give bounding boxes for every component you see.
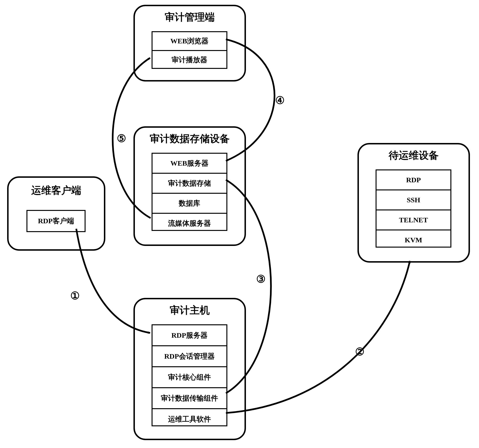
node-audit-storage-inner: WEB服务器 审计数据存储 数据库 流媒体服务器 — [152, 153, 227, 231]
audit-host-item-2: 审计核心组件 — [153, 367, 226, 388]
label-2: ② — [355, 346, 364, 358]
node-ops-client: 运维客户端 RDP客户端 — [7, 176, 105, 251]
node-audit-mgmt-title: 审计管理端 — [135, 11, 245, 24]
node-audit-host-title: 审计主机 — [135, 304, 245, 317]
node-audit-host-inner: RDP服务器 RDP会话管理器 审计核心组件 审计数据传输组件 运维工具软件 — [152, 324, 227, 426]
node-audit-mgmt: 审计管理端 WEB浏览器 审计播放器 — [133, 5, 246, 81]
audit-host-item-3: 审计数据传输组件 — [153, 388, 226, 409]
label-5: ⑤ — [117, 132, 126, 145]
audit-storage-item-3: 流媒体服务器 — [153, 214, 226, 233]
arrow-2 — [226, 261, 410, 413]
label-1: ① — [70, 289, 80, 302]
audit-storage-item-1: 审计数据存储 — [153, 174, 226, 194]
audit-storage-item-2: 数据库 — [153, 194, 226, 214]
node-target-device: 待运维设备 RDP SSH TELNET KVM — [358, 143, 470, 263]
audit-storage-item-0: WEB服务器 — [153, 154, 226, 174]
audit-host-item-4: 运维工具软件 — [153, 409, 226, 429]
audit-mgmt-item-1: 审计播放器 — [153, 51, 226, 69]
node-audit-storage: 审计数据存储设备 WEB服务器 审计数据存储 数据库 流媒体服务器 — [133, 126, 246, 246]
ops-client-item-0: RDP客户端 — [27, 211, 85, 231]
target-device-item-3: KVM — [377, 230, 450, 249]
node-audit-host: 审计主机 RDP服务器 RDP会话管理器 审计核心组件 审计数据传输组件 运维工… — [133, 298, 246, 440]
node-audit-mgmt-inner: WEB浏览器 审计播放器 — [152, 31, 227, 69]
label-3: ③ — [256, 273, 266, 285]
audit-mgmt-item-0: WEB浏览器 — [153, 32, 226, 51]
audit-host-item-0: RDP服务器 — [153, 325, 226, 346]
audit-host-item-1: RDP会话管理器 — [153, 346, 226, 367]
target-device-item-0: RDP — [377, 170, 450, 190]
target-device-item-2: TELNET — [377, 210, 450, 230]
node-ops-client-inner: RDP客户端 — [27, 210, 86, 232]
node-target-device-title: 待运维设备 — [359, 149, 468, 162]
node-audit-storage-title: 审计数据存储设备 — [135, 132, 245, 145]
node-ops-client-title: 运维客户端 — [9, 184, 104, 197]
target-device-item-1: SSH — [377, 190, 450, 210]
label-4: ④ — [275, 94, 285, 107]
node-target-device-inner: RDP SSH TELNET KVM — [376, 169, 451, 247]
